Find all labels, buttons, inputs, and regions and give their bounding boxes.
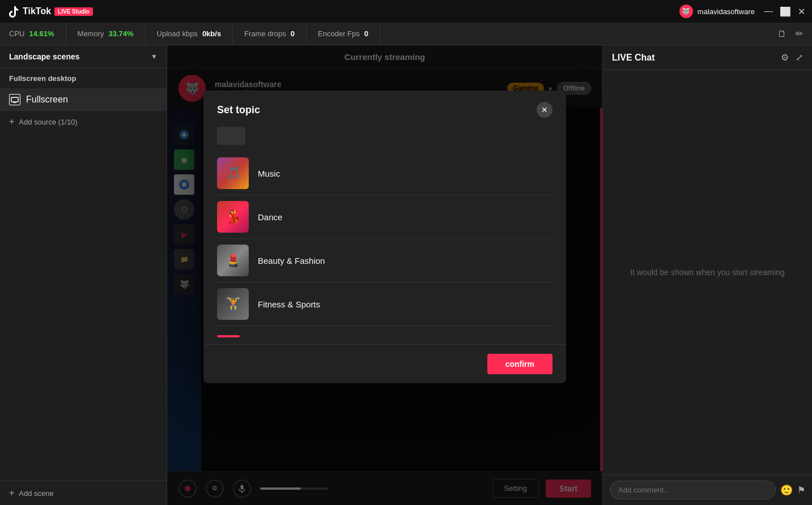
memory-label: Memory [78,29,104,38]
topic-item-dance[interactable]: 💃 Dance [217,195,552,239]
plus-icon-scene: + [9,488,14,498]
more-topics-indicator [217,326,552,344]
chat-title: LIVE Chat [612,53,655,63]
chat-header: LIVE Chat ⚙ ⤢ [603,45,812,70]
topic-item-beauty[interactable]: 💄 Beauty & Fashion [217,239,552,283]
close-button[interactable]: ✕ [798,6,805,17]
upload-stat: Upload kbps 0kb/s [146,23,233,45]
live-badge: LIVE Studio [54,7,93,16]
modal-header: Set topic ✕ [203,91,566,127]
add-source-label: Add source (1/10) [19,118,77,126]
more-indicator-bar [217,335,240,337]
topic-item-fitness[interactable]: 🏋️ Fitness & Sports [217,283,552,326]
stats-bar: CPU 14.61% Memory 33.74% Upload kbps 0kb… [0,23,812,45]
scene-label: Fullscreen [26,95,68,105]
center-panel: Currently streaming 🐺 malavidasoftware M… [167,45,602,505]
title-controls: — ⬜ ✕ [764,6,805,17]
svg-rect-0 [11,97,18,102]
upload-value: 0kb/s [202,29,221,38]
username: malavidasoftware [698,7,755,16]
minimize-button[interactable]: — [764,6,773,16]
current-scene-label: Fullscreen desktop [0,69,167,88]
avatar: 🐺 [679,5,693,18]
scenes-header[interactable]: Landscape scenes ▼ [0,45,167,69]
cpu-value: 14.61% [29,29,54,38]
scene-item-fullscreen[interactable]: Fullscreen [0,88,167,111]
topic-label-fitness: Fitness & Sports [258,299,320,309]
add-source-button[interactable]: + Add source (1/10) [0,111,167,132]
edit-icon[interactable]: ✏ [796,28,803,39]
tiktok-icon [7,5,19,18]
modal-title: Set topic [217,104,260,116]
modal-search-bar[interactable] [217,127,245,145]
framedrops-value: 0 [291,29,295,38]
sidebar: Landscape scenes ▼ Fullscreen desktop Fu… [0,45,167,505]
monitor-icon [9,94,20,105]
confirm-button[interactable]: confirm [487,354,552,374]
modal-overlay: Set topic ✕ 🎵 Music [167,45,602,505]
add-scene-label: Add scene [19,489,53,498]
title-bar: TikTok LIVE Studio 🐺 malavidasoftware — … [0,0,812,23]
topic-label-music: Music [258,169,280,178]
header-action-icons: 🗋 ✏ [777,28,803,39]
emoji-button[interactable]: 🙂 [780,484,793,497]
framedrops-label: Frame drops [244,29,286,38]
sidebar-bottom: + Add scene [0,481,167,505]
topic-item-music[interactable]: 🎵 Music [217,152,552,195]
document-icon[interactable]: 🗋 [777,29,787,39]
add-scene-button[interactable]: + Add scene [9,488,158,498]
plus-icon: + [9,117,14,127]
framedrops-stat: Frame drops 0 [233,23,307,45]
scenes-label: Landscape scenes [9,52,80,61]
chat-body: It would be shown when you start streami… [603,70,812,474]
chat-expand-icon[interactable]: ⤢ [796,52,803,63]
topic-list: 🎵 Music 💃 Dance [203,152,566,344]
filter-button[interactable]: ⚑ [797,485,805,495]
title-bar-right: 🐺 malavidasoftware — ⬜ ✕ [679,5,805,18]
title-bar-left: TikTok LIVE Studio [7,5,93,18]
topic-label-dance: Dance [258,212,282,222]
chat-settings-icon[interactable]: ⚙ [781,52,789,63]
encoder-value: 0 [364,29,368,38]
topic-label-beauty: Beauty & Fashion [258,256,325,266]
cpu-stat: CPU 14.61% [9,23,66,45]
memory-stat: Memory 33.74% [66,23,146,45]
set-topic-modal: Set topic ✕ 🎵 Music [203,91,566,383]
topic-thumb-dance: 💃 [217,201,249,233]
restore-button[interactable]: ⬜ [780,6,791,17]
modal-footer: confirm [203,344,566,383]
topic-thumb-beauty: 💄 [217,245,249,276]
topic-thumb-music: 🎵 [217,157,249,189]
topic-thumb-fitness: 🏋️ [217,288,249,320]
chat-input[interactable] [610,481,776,499]
cpu-label: CPU [9,29,24,38]
chat-input-area: 🙂 ⚑ [603,474,812,505]
chat-empty-message: It would be shown when you start streami… [630,268,784,277]
app-name: TikTok [23,6,51,16]
chat-header-icons: ⚙ ⤢ [781,52,803,63]
upload-label: Upload kbps [157,29,198,38]
encoder-stat: Encoder Fps 0 [307,23,380,45]
encoder-label: Encoder Fps [318,29,360,38]
tiktok-logo: TikTok LIVE Studio [7,5,93,18]
modal-close-button[interactable]: ✕ [537,102,552,118]
main-layout: Landscape scenes ▼ Fullscreen desktop Fu… [0,45,812,505]
chat-panel: LIVE Chat ⚙ ⤢ It would be shown when you… [602,45,812,505]
chevron-down-icon: ▼ [151,53,158,61]
user-info: 🐺 malavidasoftware [679,5,755,18]
memory-value: 33.74% [109,29,134,38]
